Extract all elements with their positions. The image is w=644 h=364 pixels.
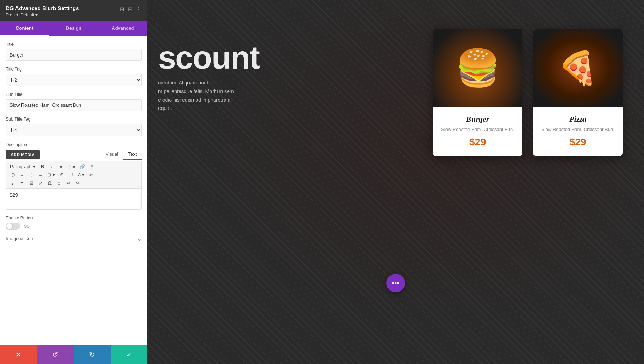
save-icon: ✓	[126, 350, 132, 359]
ordered-list-button[interactable]: ⋮≡	[66, 163, 77, 170]
tab-design[interactable]: Design	[49, 21, 98, 36]
redo-button-bar[interactable]: ↻	[74, 345, 111, 364]
panel-header: DG Advanced Blurb Settings Preset: Defau…	[0, 0, 147, 21]
italic2-button[interactable]: I	[8, 179, 17, 187]
underline-button[interactable]: U	[67, 171, 75, 179]
tab-advanced[interactable]: Advanced	[98, 21, 147, 36]
editor-toolbar: Paragraph ▾ B I ≡ ⋮≡ 🔗 ❝ ⬡ ≡ ⋮ ≡ ⊞ ▾ S U	[6, 161, 142, 188]
editor-view-tabs: Visual Text	[101, 149, 142, 160]
pizza-card-body: Pizza Slow Roasted Ham, Croissant Bun. $…	[533, 107, 623, 148]
toolbar-row-2: ⬡ ≡ ⋮ ≡ ⊞ ▾ S U A ▾ ✂	[8, 171, 139, 179]
subtitle-label: Sub Title	[6, 92, 142, 97]
title-label: Title	[6, 42, 142, 47]
panel-bottom-bar: ✕ ↺ ↻ ✓	[0, 345, 147, 364]
subtitle-input[interactable]	[6, 99, 142, 111]
editor-content: $29	[10, 192, 18, 198]
align-left-button[interactable]: ⬡	[8, 171, 17, 179]
enable-button-toggle[interactable]	[6, 223, 20, 230]
enable-button-section: Enable Button NO	[6, 215, 142, 230]
emoji-button[interactable]: ☺	[55, 179, 63, 187]
panel-preset[interactable]: Preset: Default ▾	[6, 13, 79, 18]
table-button[interactable]: ⊞ ▾	[45, 171, 57, 179]
subtitle-tag-field-group: Sub Title Tag H1 H2 H3 H4 H5 H6	[6, 117, 142, 136]
title-field-group: Title	[6, 42, 142, 61]
paragraph-dropdown[interactable]: Paragraph ▾	[8, 163, 37, 170]
toolbar-row-3: I ≡ ⊞ ⤢ Ω ☺ ↩ ↪	[8, 179, 139, 187]
title-tag-select[interactable]: H1 H2 H3 H4 H5 H6	[6, 74, 142, 86]
cancel-button[interactable]: ✕	[0, 345, 37, 364]
bold-button[interactable]: B	[38, 163, 47, 170]
unordered-list-button[interactable]: ≡	[57, 163, 65, 170]
text-tab[interactable]: Text	[123, 149, 142, 160]
add-media-button[interactable]: ADD MEDIA	[6, 150, 40, 159]
burger-card: Burger Slow Roasted Ham, Croissant Bun. …	[433, 29, 522, 156]
strikethrough-button[interactable]: S	[58, 171, 66, 179]
title-tag-label: Title Tag	[6, 67, 142, 72]
chevron-down-icon: ⌄	[137, 235, 142, 242]
redo-icon: ↻	[89, 350, 95, 359]
pizza-card-subtitle: Slow Roasted Ham, Croissant Bun.	[539, 127, 617, 132]
burger-card-title: Burger	[439, 115, 517, 124]
panel-header-info: DG Advanced Blurb Settings Preset: Defau…	[6, 5, 79, 18]
toolbar-row-1: Paragraph ▾ B I ≡ ⋮≡ 🔗 ❝	[8, 163, 139, 170]
image-icon-label: Image & Icon	[6, 236, 33, 241]
discount-text: scount	[147, 39, 259, 76]
floating-action-button[interactable]: •••	[386, 274, 405, 292]
title-tag-field-group: Title Tag H1 H2 H3 H4 H5 H6	[6, 67, 142, 86]
outdent-button[interactable]: ⊞	[27, 179, 35, 187]
fullscreen-button[interactable]: ⤢	[36, 179, 45, 187]
fab-icon: •••	[392, 279, 399, 287]
special-chars-button[interactable]: Ω	[45, 179, 54, 187]
align-justify-button[interactable]: ≡	[36, 171, 45, 179]
description-label: Description	[6, 142, 142, 147]
reset-icon: ↺	[52, 350, 58, 359]
layout-icon[interactable]: ⊟	[128, 6, 132, 13]
burger-card-subtitle: Slow Roasted Ham, Croissant Bun.	[439, 127, 517, 132]
title-input[interactable]	[6, 49, 142, 61]
align-center-button[interactable]: ≡	[18, 171, 26, 179]
cancel-icon: ✕	[15, 350, 21, 359]
visual-tab[interactable]: Visual	[101, 149, 123, 160]
settings-panel: DG Advanced Blurb Settings Preset: Defau…	[0, 0, 147, 364]
preview-area: scount mentum. Aliquam porttitor m pelle…	[147, 0, 644, 364]
subtitle-tag-select[interactable]: H1 H2 H3 H4 H5 H6	[6, 124, 142, 136]
pizza-card: Pizza Slow Roasted Ham, Croissant Bun. $…	[533, 29, 623, 156]
toggle-row: NO	[6, 223, 142, 230]
pizza-card-image	[533, 29, 623, 107]
panel-tabs: Content Design Advanced	[0, 21, 147, 36]
cards-area: Burger Slow Roasted Ham, Croissant Bun. …	[433, 29, 623, 156]
editor-toolbar-top: ADD MEDIA Visual Text	[6, 149, 142, 160]
grid-icon[interactable]: ⊞	[119, 6, 124, 13]
reset-button[interactable]: ↺	[37, 345, 74, 364]
image-icon-section[interactable]: Image & Icon ⌄	[6, 230, 142, 243]
description-field-group: Description ADD MEDIA Visual Text Paragr…	[6, 142, 142, 210]
burger-image	[433, 29, 522, 107]
burger-card-body: Burger Slow Roasted Ham, Croissant Bun. …	[433, 107, 522, 148]
align-right-button[interactable]: ⋮	[27, 171, 35, 179]
editor-body[interactable]: $29	[6, 188, 142, 210]
body-text: mentum. Aliquam porttitor m pellentesque…	[158, 79, 234, 113]
indent-button[interactable]: ≡	[18, 179, 26, 187]
subtitle-tag-label: Sub Title Tag	[6, 117, 142, 122]
link-button[interactable]: 🔗	[78, 163, 87, 170]
pizza-image	[533, 29, 623, 107]
blockquote-button[interactable]: ❝	[88, 163, 96, 170]
toggle-no-label: NO	[24, 224, 30, 228]
italic-button[interactable]: I	[47, 163, 56, 170]
panel-header-icons: ⊞ ⊟ ⋮	[119, 6, 142, 13]
pizza-card-price: $29	[539, 136, 617, 148]
paste-button[interactable]: ✂	[87, 171, 96, 179]
burger-card-image	[433, 29, 522, 107]
tab-content[interactable]: Content	[0, 21, 49, 36]
enable-button-label: Enable Button	[6, 215, 142, 220]
font-color-button[interactable]: A ▾	[76, 171, 87, 179]
subtitle-field-group: Sub Title	[6, 92, 142, 111]
undo-button[interactable]: ↩	[64, 179, 73, 187]
panel-content: Title Title Tag H1 H2 H3 H4 H5 H6 Sub Ti…	[0, 36, 147, 345]
pizza-card-title: Pizza	[539, 115, 617, 124]
burger-card-price: $29	[439, 136, 517, 148]
save-button[interactable]: ✓	[111, 345, 147, 364]
more-icon[interactable]: ⋮	[136, 6, 142, 13]
panel-title: DG Advanced Blurb Settings	[6, 5, 79, 11]
redo-button[interactable]: ↪	[73, 179, 82, 187]
